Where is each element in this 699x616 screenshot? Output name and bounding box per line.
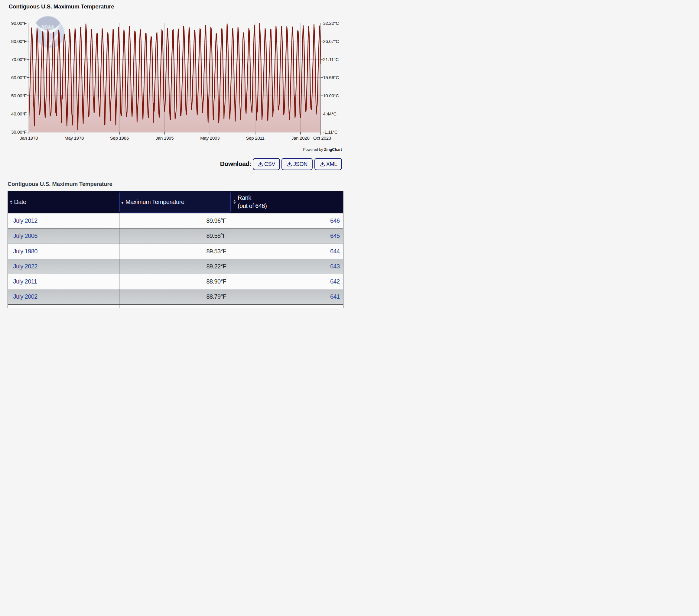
svg-text:15.56°C: 15.56°C xyxy=(323,75,339,80)
svg-text:May 2003: May 2003 xyxy=(200,135,220,140)
svg-text:60.00°F: 60.00°F xyxy=(11,75,27,80)
svg-text:80.00°F: 80.00°F xyxy=(11,39,27,44)
svg-text:Sep 2011: Sep 2011 xyxy=(246,135,264,140)
svg-text:Jan 1970: Jan 1970 xyxy=(20,135,38,140)
svg-text:32.22°C: 32.22°C xyxy=(323,21,339,26)
svg-text:Oct 2023: Oct 2023 xyxy=(313,135,331,140)
svg-text:30.00°F: 30.00°F xyxy=(11,129,27,134)
svg-text:10.00°C: 10.00°C xyxy=(323,93,339,98)
svg-text:26.67°C: 26.67°C xyxy=(323,39,339,44)
svg-text:Jan 1995: Jan 1995 xyxy=(156,135,174,140)
svg-text:Jan 2020: Jan 2020 xyxy=(291,135,309,140)
svg-text:-1.11°C: -1.11°C xyxy=(323,129,338,134)
svg-text:May 1978: May 1978 xyxy=(64,135,84,140)
svg-text:70.00°F: 70.00°F xyxy=(11,57,27,62)
svg-text:4.44°C: 4.44°C xyxy=(323,111,337,116)
svg-text:NOAA: NOAA xyxy=(41,25,54,30)
svg-text:50.00°F: 50.00°F xyxy=(11,93,27,98)
svg-text:90.00°F: 90.00°F xyxy=(11,21,27,26)
svg-text:Sep 1986: Sep 1986 xyxy=(110,135,129,140)
svg-text:21.11°C: 21.11°C xyxy=(323,57,339,62)
svg-text:40.00°F: 40.00°F xyxy=(11,111,27,116)
